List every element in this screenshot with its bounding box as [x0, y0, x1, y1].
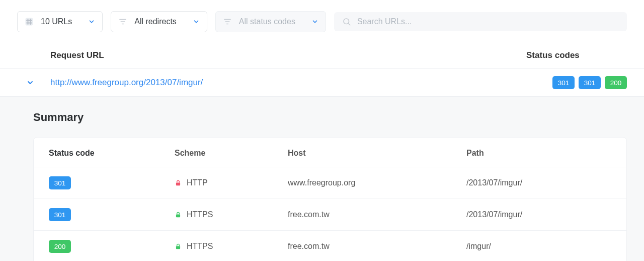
expand-row-icon[interactable]	[26, 79, 34, 87]
summary-scheme: HTTP	[175, 178, 288, 187]
summary-title: Summary	[33, 111, 627, 124]
search-box[interactable]	[334, 12, 627, 31]
summary-status: 301	[49, 208, 175, 221]
filter-icon	[117, 16, 128, 27]
col-scheme: Scheme	[175, 149, 288, 158]
request-url-link[interactable]: http://www.freegroup.org/2013/07/imgur/	[50, 78, 552, 88]
status-badge: 301	[49, 176, 71, 189]
summary-table: Status code Scheme Host Path 301HTTPwww.…	[33, 137, 627, 261]
summary-path: /2013/07/imgur/	[466, 178, 611, 187]
summary-panel: Summary Status code Scheme Host Path 301…	[0, 97, 644, 261]
scheme-text: HTTPS	[187, 210, 213, 219]
status-filter-select[interactable]: All status codes	[215, 11, 326, 32]
summary-header-row: Status code Scheme Host Path	[34, 138, 626, 167]
urls-filter-select[interactable]: 10 URLs	[17, 11, 103, 32]
col-path: Path	[466, 149, 611, 158]
chevron-down-icon	[88, 18, 95, 25]
url-table: Request URL Status codes http://www.free…	[0, 43, 644, 261]
hash-icon	[24, 16, 35, 27]
search-input[interactable]	[357, 17, 619, 26]
svg-line-8	[348, 23, 350, 25]
lock-closed-icon	[175, 211, 182, 219]
summary-host: free.com.tw	[288, 210, 466, 219]
lock-open-icon	[175, 179, 182, 187]
summary-scheme: HTTPS	[175, 242, 288, 251]
status-badge: 301	[579, 76, 601, 89]
urls-filter-label: 10 URLs	[41, 17, 72, 26]
col-status-codes: Status codes	[526, 50, 627, 60]
summary-row: 301HTTPSfree.com.tw/2013/07/imgur/	[34, 199, 626, 231]
redirects-filter-label: All redirects	[134, 17, 177, 26]
scheme-text: HTTP	[187, 178, 208, 187]
summary-path: /2013/07/imgur/	[466, 210, 611, 219]
col-request-url: Request URL	[50, 50, 526, 60]
status-badge: 200	[49, 240, 71, 253]
svg-rect-10	[176, 214, 180, 217]
col-status: Status code	[49, 149, 175, 158]
table-row[interactable]: http://www.freegroup.org/2013/07/imgur/ …	[0, 69, 644, 97]
search-icon	[342, 17, 351, 26]
summary-row: 301HTTPwww.freegroup.org/2013/07/imgur/	[34, 167, 626, 199]
summary-host: free.com.tw	[288, 242, 466, 251]
chevron-down-icon	[193, 18, 200, 25]
svg-rect-9	[176, 182, 180, 185]
status-filter-label: All status codes	[239, 17, 295, 26]
chevron-down-icon	[311, 18, 318, 25]
summary-path: /imgur/	[466, 242, 611, 251]
toolbar: 10 URLs All redirects All status codes	[0, 0, 644, 43]
table-header: Request URL Status codes	[0, 43, 644, 69]
status-badges: 301301200	[552, 76, 627, 89]
status-badge: 200	[605, 76, 627, 89]
summary-status: 301	[49, 176, 175, 189]
summary-status: 200	[49, 240, 175, 253]
summary-row: 200HTTPSfree.com.tw/imgur/	[34, 231, 626, 261]
svg-rect-11	[176, 246, 180, 249]
summary-host: www.freegroup.org	[288, 178, 466, 187]
redirects-filter-select[interactable]: All redirects	[111, 11, 207, 32]
status-badge: 301	[552, 76, 575, 89]
svg-rect-0	[26, 18, 33, 26]
filter-icon	[222, 16, 233, 27]
lock-closed-icon	[175, 242, 182, 250]
scheme-text: HTTPS	[187, 242, 213, 251]
summary-scheme: HTTPS	[175, 210, 288, 219]
col-host: Host	[288, 149, 466, 158]
status-badge: 301	[49, 208, 71, 221]
